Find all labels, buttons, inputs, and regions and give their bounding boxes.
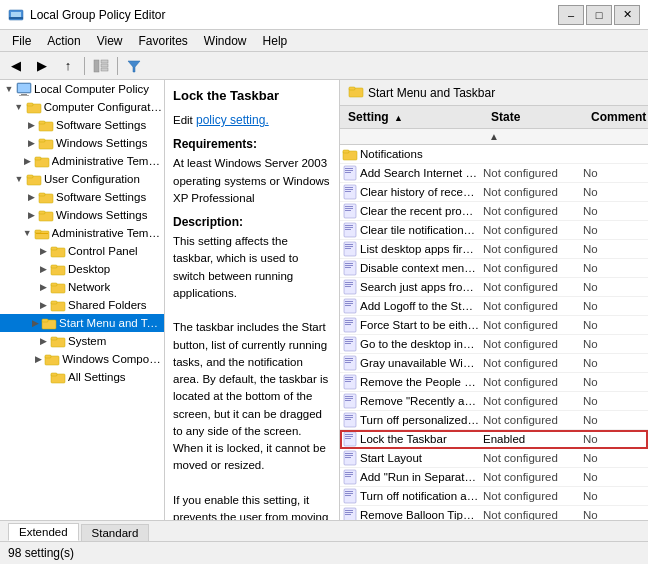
detail-description-text: This setting affects the taskbar, which …: [173, 233, 331, 520]
tree-label: Start Menu and Taskba...: [59, 317, 164, 329]
col-header-setting[interactable]: Setting ▲: [340, 108, 483, 126]
svg-rect-72: [345, 267, 351, 268]
col-header-comment[interactable]: Comment: [583, 108, 648, 126]
setting-row[interactable]: Notifications: [340, 145, 648, 164]
svg-rect-115: [345, 474, 353, 475]
tree-item-windows-settings-1[interactable]: ▶ Windows Settings: [0, 134, 164, 152]
detail-description-label: Description:: [173, 215, 331, 229]
filter-button[interactable]: [122, 55, 146, 77]
tab-standard[interactable]: Standard: [81, 524, 150, 541]
svg-rect-54: [345, 187, 353, 188]
scroll-up-indicator[interactable]: ▲: [340, 129, 648, 145]
setting-name: Lock the Taskbar: [360, 433, 483, 445]
menu-window[interactable]: Window: [196, 32, 255, 50]
menu-help[interactable]: Help: [255, 32, 296, 50]
setting-comment: No: [583, 186, 648, 198]
forward-button[interactable]: ▶: [30, 55, 54, 77]
svg-rect-28: [36, 233, 48, 234]
tree-arrow: ▶: [36, 300, 50, 310]
settings-list[interactable]: NotificationsAdd Search Internet link to…: [340, 145, 648, 520]
svg-rect-106: [345, 434, 353, 435]
tree-item-system[interactable]: ▶ System: [0, 332, 164, 350]
maximize-button[interactable]: □: [586, 5, 612, 25]
tree-item-admin-templates-2[interactable]: ▼ Administrative Templates: [0, 224, 164, 242]
tree-item-shared-folders[interactable]: ▶ Shared Folders: [0, 296, 164, 314]
svg-rect-107: [345, 436, 353, 437]
svg-rect-64: [345, 229, 351, 230]
setting-row[interactable]: Turn off notification area clean...Not c…: [340, 487, 648, 506]
settings-panel: Start Menu and Taskbar Setting ▲ State C…: [340, 80, 648, 520]
tree-item-control-panel[interactable]: ▶ Control Panel: [0, 242, 164, 260]
tree-item-all-settings[interactable]: All Settings: [0, 368, 164, 386]
setting-row[interactable]: Clear the recent programs list f...Not c…: [340, 202, 648, 221]
tab-extended[interactable]: Extended: [8, 523, 79, 541]
setting-row[interactable]: Gray unavailable Windows Inst...Not conf…: [340, 354, 648, 373]
svg-rect-55: [345, 189, 353, 190]
svg-rect-91: [345, 360, 353, 361]
setting-row[interactable]: Remove "Recently added" list f...Not con…: [340, 392, 648, 411]
setting-name: Force Start to be either full scr...: [360, 319, 483, 331]
svg-rect-36: [51, 301, 57, 304]
tree-item-desktop[interactable]: ▶ Desktop: [0, 260, 164, 278]
tree-item-windows-settings-2[interactable]: ▶ Windows Settings: [0, 206, 164, 224]
setting-row[interactable]: Add "Run in Separate Memory...Not config…: [340, 468, 648, 487]
show-hide-tree-button[interactable]: [89, 55, 113, 77]
svg-rect-60: [345, 210, 351, 211]
detail-requirements-text: At least Windows Server 2003 operating s…: [173, 155, 331, 207]
setting-row[interactable]: Remove the People Bar from t...Not confi…: [340, 373, 648, 392]
svg-rect-62: [345, 225, 353, 226]
tree-label: Computer Configuration: [44, 101, 164, 113]
svg-rect-44: [51, 373, 57, 376]
svg-rect-78: [345, 301, 353, 302]
setting-row[interactable]: Clear tile notifications during l...Not …: [340, 221, 648, 240]
tree-arrow: ▶: [30, 318, 42, 328]
menu-favorites[interactable]: Favorites: [131, 32, 196, 50]
setting-row[interactable]: Go to the desktop instead of St...Not co…: [340, 335, 648, 354]
menu-view[interactable]: View: [89, 32, 131, 50]
page-icon: [340, 202, 360, 221]
setting-name: Disable context menus in the S...: [360, 262, 483, 274]
tree-item-software-settings-2[interactable]: ▶ Software Settings: [0, 188, 164, 206]
tree-item-software-settings-1[interactable]: ▶ Software Settings: [0, 116, 164, 134]
tree-arrow: ▶: [21, 156, 33, 166]
svg-rect-76: [345, 286, 351, 287]
tree-item-start-menu[interactable]: ▶ Start Menu and Taskba...: [0, 314, 164, 332]
tree-label: All Settings: [68, 371, 126, 383]
detail-edit-link[interactable]: policy setting.: [196, 113, 269, 127]
svg-rect-98: [345, 396, 353, 397]
up-button[interactable]: ↑: [56, 55, 80, 77]
setting-row[interactable]: Remove Balloon Tips on Start ...Not conf…: [340, 506, 648, 520]
setting-row[interactable]: Lock the TaskbarEnabledNo: [340, 430, 648, 449]
menu-action[interactable]: Action: [39, 32, 88, 50]
setting-name: Remove "Recently added" list f...: [360, 395, 483, 407]
svg-rect-9: [18, 84, 30, 92]
setting-row[interactable]: Start LayoutNot configuredNo: [340, 449, 648, 468]
setting-comment: No: [583, 490, 648, 502]
setting-name: Search just apps from the App...: [360, 281, 483, 293]
setting-row[interactable]: List desktop apps first in the A...Not c…: [340, 240, 648, 259]
setting-row[interactable]: Turn off personalized menusNot configure…: [340, 411, 648, 430]
tree-item-local-computer-policy[interactable]: ▼ Local Computer Policy: [0, 80, 164, 98]
tree-panel[interactable]: ▼ Local Computer Policy ▼ Computer Confi…: [0, 80, 165, 520]
page-icon: [340, 183, 360, 202]
svg-rect-63: [345, 227, 353, 228]
toolbar-separator-1: [84, 57, 85, 75]
minimize-button[interactable]: –: [558, 5, 584, 25]
tree-item-user-config[interactable]: ▼ User Configuration: [0, 170, 164, 188]
setting-row[interactable]: Disable context menus in the S...Not con…: [340, 259, 648, 278]
svg-rect-2: [9, 17, 23, 19]
tree-item-windows-components[interactable]: ▶ Windows Components: [0, 350, 164, 368]
setting-row[interactable]: Add Logoff to the Start MenuNot configur…: [340, 297, 648, 316]
col-header-state[interactable]: State: [483, 108, 583, 126]
tree-item-network[interactable]: ▶ Network: [0, 278, 164, 296]
close-button[interactable]: ✕: [614, 5, 640, 25]
tree-item-computer-config[interactable]: ▼ Computer Configuration: [0, 98, 164, 116]
setting-row[interactable]: Add Search Internet link to Sta...Not co…: [340, 164, 648, 183]
tree-item-admin-templates-1[interactable]: ▶ Administrative Templates: [0, 152, 164, 170]
setting-row[interactable]: Force Start to be either full scr...Not …: [340, 316, 648, 335]
svg-rect-102: [345, 415, 353, 416]
setting-row[interactable]: Clear history of recently opene...Not co…: [340, 183, 648, 202]
setting-row[interactable]: Search just apps from the App...Not conf…: [340, 278, 648, 297]
back-button[interactable]: ◀: [4, 55, 28, 77]
menu-file[interactable]: File: [4, 32, 39, 50]
